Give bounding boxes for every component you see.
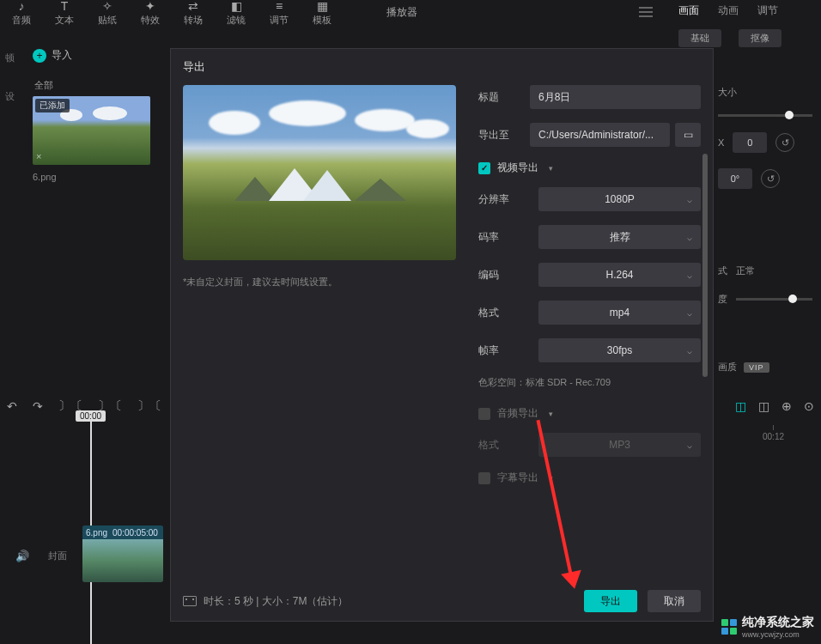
timeline-tool-3-icon[interactable]: ⊕ <box>781 399 792 413</box>
audio-format-select: MP3⌵ <box>538 433 701 457</box>
redo-icon[interactable]: ↷ <box>33 399 43 413</box>
timeline-tool-1-icon[interactable]: ◫ <box>735 399 746 413</box>
opacity-label: 度 <box>718 293 727 306</box>
format-label: 格式 <box>478 306 538 320</box>
size-slider[interactable] <box>718 114 812 117</box>
footer-info: 时长：5 秒 | 大小：7M（估计） <box>204 594 348 609</box>
title-input[interactable]: 6月8日 <box>530 85 701 109</box>
chevron-down-icon: ▾ <box>549 410 553 418</box>
tool-label: 贴纸 <box>98 14 117 27</box>
degree-value[interactable]: 0° <box>718 168 752 189</box>
mode-value[interactable]: 正常 <box>736 264 755 277</box>
timeline-clip[interactable]: 6.png 00:00:05:00 <box>82 526 163 582</box>
tool-label: 调节 <box>270 14 289 27</box>
watermark-logo-icon <box>721 619 737 635</box>
tool-sticker[interactable]: ✧贴纸 <box>86 0 129 27</box>
film-icon <box>183 596 197 606</box>
filter-icon: ◧ <box>228 0 245 12</box>
scrollbar[interactable] <box>702 154 708 377</box>
tool-label: 音频 <box>12 14 31 27</box>
checkbox-off-icon[interactable]: ✓ <box>478 408 490 420</box>
left-sidebar: 顿 设 <box>5 52 15 103</box>
codec-label: 编码 <box>478 268 538 283</box>
bitrate-label: 码率 <box>478 230 538 245</box>
cancel-button[interactable]: 取消 <box>648 590 701 612</box>
chevron-down-icon: ⌵ <box>687 270 692 280</box>
timeline-tool-2-icon[interactable]: ◫ <box>758 399 769 413</box>
import-label: 导入 <box>52 48 72 63</box>
tool-text[interactable]: T文本 <box>43 0 86 27</box>
vip-badge: VIP <box>744 362 769 373</box>
x-value[interactable]: 0 <box>733 132 767 153</box>
tool-label: 模板 <box>313 14 331 27</box>
clip-duration: 00:00:05:00 <box>113 528 158 538</box>
audio-format-label: 格式 <box>478 438 538 453</box>
subtitle-export-section[interactable]: ✓ 字幕导出 ▾ <box>478 471 701 485</box>
subtab-cutout[interactable]: 抠像 <box>739 29 781 47</box>
playhead-time: 00:00 <box>76 410 106 422</box>
bitrate-select[interactable]: 推荐⌵ <box>538 225 701 249</box>
tool-adjust[interactable]: ≡调节 <box>258 0 301 27</box>
subtab-basic[interactable]: 基础 <box>678 29 721 47</box>
exportto-input[interactable]: C:/Users/Administrator/... <box>530 123 670 147</box>
added-badge: 已添加 <box>35 99 70 112</box>
plus-icon: + <box>33 49 46 63</box>
player-label: 播放器 <box>386 5 417 20</box>
quality-label: 画质 <box>718 361 737 374</box>
menu-icon[interactable] <box>639 7 653 17</box>
tab-adjust[interactable]: 调节 <box>757 3 778 18</box>
timeline-tool-4-icon[interactable]: ⊙ <box>804 399 814 413</box>
video-export-section[interactable]: ✓ 视频导出 ▾ <box>478 161 701 175</box>
chevron-down-icon: ⌵ <box>687 346 692 355</box>
speaker-icon[interactable]: 🔊 <box>15 550 29 562</box>
sidebar-icon-1[interactable]: 顿 <box>5 52 15 64</box>
chevron-down-icon: ⌵ <box>687 440 692 450</box>
format-select[interactable]: mp4⌵ <box>538 301 701 325</box>
reset-icon[interactable]: ↺ <box>761 169 780 188</box>
tool-filter[interactable]: ◧滤镜 <box>215 0 258 27</box>
sticker-icon: ✧ <box>99 0 116 12</box>
reset-icon[interactable]: ↺ <box>775 133 794 152</box>
cover-label[interactable]: 封面 <box>48 550 67 562</box>
preview-thumbnail[interactable] <box>183 85 456 260</box>
export-button[interactable]: 导出 <box>584 590 637 612</box>
tab-animation[interactable]: 动画 <box>718 3 739 18</box>
import-button[interactable]: + 导入 <box>33 48 72 63</box>
right-subtabs: 基础 抠像 <box>678 29 781 47</box>
chevron-down-icon: ⌵ <box>687 233 692 242</box>
codec-select[interactable]: H.264⌵ <box>538 263 701 287</box>
resolution-label: 分辨率 <box>478 192 538 207</box>
clip-filename: 6.png <box>86 528 107 538</box>
checkbox-off-icon[interactable]: ✓ <box>478 472 490 484</box>
undo-icon[interactable]: ↶ <box>7 399 17 413</box>
tool-template[interactable]: ▦模板 <box>301 0 344 27</box>
colorspace-info: 色彩空间：标准 SDR - Rec.709 <box>478 376 701 389</box>
cut-right-icon[interactable]: 〕〔 <box>137 398 161 414</box>
player-header: 播放器 <box>386 3 653 21</box>
category-all[interactable]: 全部 <box>34 79 53 92</box>
folder-button[interactable]: ▭ <box>675 123 701 147</box>
sidebar-icon-2[interactable]: 设 <box>5 90 15 103</box>
fps-select[interactable]: 30fps⌵ <box>538 338 701 362</box>
tool-effects[interactable]: ✦特效 <box>129 0 172 27</box>
exportto-label: 导出至 <box>478 128 530 143</box>
audio-export-section[interactable]: ✓ 音频导出 ▾ <box>478 406 701 421</box>
opacity-slider[interactable] <box>736 298 812 301</box>
size-label: 大小 <box>718 86 737 99</box>
tool-audio[interactable]: ♪音频 <box>0 0 43 27</box>
tool-transition[interactable]: ⇄转场 <box>172 0 215 27</box>
track-labels: 🔊 封面 <box>15 550 67 562</box>
media-thumbnail[interactable]: 已添加 × <box>33 96 150 165</box>
chevron-down-icon: ▾ <box>549 164 553 173</box>
watermark: 纯净系统之家 www.ycwjzy.com <box>721 615 814 639</box>
tab-canvas[interactable]: 画面 <box>678 3 699 18</box>
x-label: X <box>718 137 724 148</box>
section-label: 视频导出 <box>497 161 538 175</box>
checkbox-on-icon[interactable]: ✓ <box>478 162 490 174</box>
title-label: 标题 <box>478 90 530 105</box>
property-panel: 大小 X 0 ↺ 0° ↺ 式 正常 度 画质 VIP <box>718 86 821 321</box>
chevron-down-icon: ⌵ <box>687 308 692 318</box>
remove-icon[interactable]: × <box>36 151 41 161</box>
watermark-url: www.ycwjzy.com <box>742 630 814 639</box>
resolution-select[interactable]: 1080P⌵ <box>538 187 701 211</box>
